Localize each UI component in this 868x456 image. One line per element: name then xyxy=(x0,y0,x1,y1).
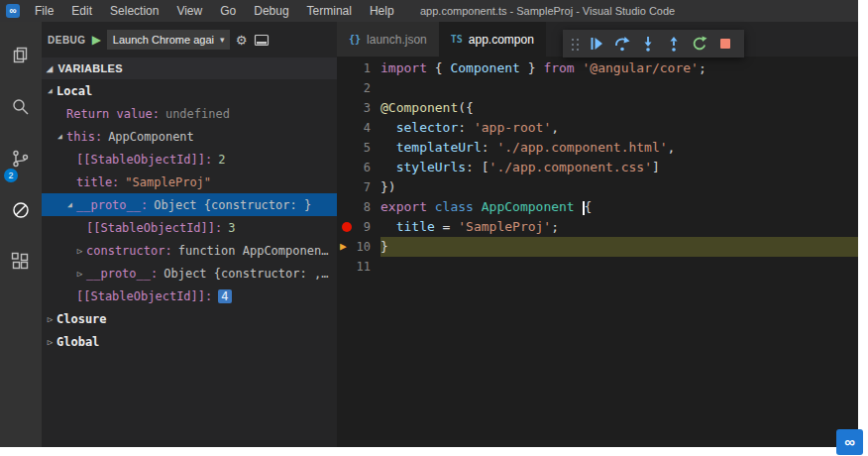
variable-row[interactable]: ▷constructor:function AppComponen… xyxy=(42,239,337,262)
code-line[interactable]: ▶10} xyxy=(337,237,858,257)
code-token: 'app-root' xyxy=(474,120,551,135)
expanded-icon[interactable]: ◢ xyxy=(44,86,56,95)
code-token xyxy=(427,199,435,214)
variable-row[interactable]: Return value:undefined xyxy=(42,102,337,125)
code-token: ; xyxy=(551,219,559,234)
stop-button[interactable] xyxy=(714,33,736,55)
code-line[interactable]: 4 selector: 'app-root', xyxy=(337,118,858,138)
scm-badge: 2 xyxy=(4,169,18,182)
editor-gutter[interactable]: 2 xyxy=(337,78,380,98)
editor-gutter[interactable]: 7 xyxy=(337,177,380,197)
code-line[interactable]: 6 styleUrls: ['./app.component.css'] xyxy=(337,158,858,177)
variable-row[interactable]: ◢__proto__:Object {constructor: } xyxy=(42,193,337,216)
line-content: title = 'SampleProj'; xyxy=(380,217,858,237)
variable-row[interactable]: [[StableObjectId]]:3 xyxy=(42,216,337,239)
collapsed-icon[interactable]: ▷ xyxy=(73,246,86,256)
continue-button[interactable] xyxy=(586,33,607,55)
menu-terminal[interactable]: Terminal xyxy=(298,0,361,22)
variable-row[interactable]: [[StableObjectId]]:2 xyxy=(42,148,337,171)
line-number: 11 xyxy=(357,260,371,274)
extensions-icon xyxy=(11,252,31,272)
variable-row[interactable]: ▷Global xyxy=(42,330,337,353)
variable-value: undefined xyxy=(165,107,230,121)
editor-gutter[interactable]: 6 xyxy=(337,158,380,177)
configure-gear-button[interactable]: ⚙ xyxy=(236,33,248,48)
code-editor[interactable]: 1import { Component } from '@angular/cor… xyxy=(337,57,858,447)
variables-section-label: VARIABLES xyxy=(57,62,122,74)
menu-view[interactable]: View xyxy=(167,0,211,22)
start-debugging-button[interactable]: ▶ xyxy=(92,33,101,47)
collapsed-icon[interactable]: ▷ xyxy=(44,314,56,324)
sidebar-item-debug[interactable] xyxy=(0,184,42,236)
line-content xyxy=(380,257,858,277)
variable-row[interactable]: ▷Closure xyxy=(42,307,337,330)
variable-name: [[StableObjectId]]: xyxy=(76,289,212,303)
expanded-icon[interactable]: ◢ xyxy=(54,132,66,141)
open-console-button[interactable] xyxy=(254,33,270,48)
expanded-icon[interactable]: ◢ xyxy=(63,200,76,209)
code-token xyxy=(380,160,396,174)
editor-gutter[interactable]: 3 xyxy=(337,98,380,118)
editor-gutter[interactable]: 4 xyxy=(337,118,380,138)
editor-gutter[interactable]: 11 xyxy=(337,257,380,277)
step-out-button[interactable] xyxy=(663,33,685,55)
code-line[interactable]: 5 templateUrl: './app.component.html', xyxy=(337,138,858,158)
editor-gutter[interactable]: 8 xyxy=(337,197,380,217)
variable-row[interactable]: title:"SampleProj" xyxy=(42,171,337,193)
variable-value: Object {constructor: } xyxy=(154,198,311,212)
variable-row[interactable]: [[StableObjectId]]:4 xyxy=(42,285,337,307)
variable-name: Local xyxy=(56,84,92,98)
code-token: Component xyxy=(450,60,519,75)
debug-configuration-dropdown[interactable]: Launch Chrome agai ▾ xyxy=(107,30,230,50)
line-number: 10 xyxy=(357,240,371,254)
editor-gutter[interactable]: 9 xyxy=(337,217,380,237)
variable-row[interactable]: ◢Local xyxy=(42,79,337,102)
code-token: './app.component.css' xyxy=(489,160,652,174)
variable-name: __proto__: xyxy=(86,267,158,281)
sidebar-item-source-control[interactable]: 2 xyxy=(0,133,42,184)
tab-app-component-ts[interactable]: TS app.compon xyxy=(439,22,546,57)
line-content: templateUrl: './app.component.html', xyxy=(380,138,858,158)
code-line[interactable]: 11 xyxy=(337,257,858,277)
code-line[interactable]: 3@Component({ xyxy=(337,98,858,118)
code-line[interactable]: 8export class AppComponent { xyxy=(337,197,858,217)
tab-launch-json[interactable]: {} launch.json xyxy=(337,22,439,57)
step-out-icon xyxy=(666,36,682,52)
line-content: } xyxy=(380,237,858,257)
sidebar-item-explorer[interactable] xyxy=(0,30,42,81)
expanded-icon: ◢ xyxy=(47,64,53,73)
code-token: ({ xyxy=(458,100,474,115)
collapsed-icon[interactable]: ▷ xyxy=(73,269,86,279)
drag-handle-icon[interactable] xyxy=(571,38,580,51)
menu-help[interactable]: Help xyxy=(361,0,403,22)
code-line[interactable]: 9 title = 'SampleProj'; xyxy=(337,217,858,237)
code-line[interactable]: 1import { Component } from '@angular/cor… xyxy=(337,58,858,78)
breakpoint-icon[interactable] xyxy=(342,222,352,232)
menu-debug[interactable]: Debug xyxy=(245,0,297,22)
tab-label: app.compon xyxy=(469,33,534,47)
editor-gutter[interactable]: ▶10 xyxy=(337,237,380,257)
menu-file[interactable]: File xyxy=(26,0,62,22)
variable-row[interactable]: ▷__proto__:Object {constructor: ,… xyxy=(42,262,337,285)
editor-gutter[interactable]: 5 xyxy=(337,138,380,158)
code-line[interactable]: 7}) xyxy=(337,177,858,197)
activity-bar: 2 xyxy=(0,22,42,447)
restart-button[interactable] xyxy=(689,33,710,55)
line-content: }) xyxy=(380,177,858,197)
vscode-taskbar-icon[interactable]: ∞ xyxy=(836,429,863,455)
sidebar-item-search[interactable] xyxy=(0,81,42,133)
chevron-down-icon: ▾ xyxy=(220,30,225,50)
variable-row[interactable]: ◢this:AppComponent xyxy=(42,125,337,148)
variables-section-header[interactable]: ◢ VARIABLES xyxy=(42,57,337,79)
collapsed-icon[interactable]: ▷ xyxy=(44,337,56,347)
menu-edit[interactable]: Edit xyxy=(62,0,101,22)
editor-gutter[interactable]: 1 xyxy=(337,58,380,78)
sidebar-item-extensions[interactable] xyxy=(0,236,42,287)
step-over-button[interactable] xyxy=(611,33,633,55)
menu-go[interactable]: Go xyxy=(211,0,245,22)
line-number: 2 xyxy=(364,81,371,95)
menu-selection[interactable]: Selection xyxy=(101,0,167,22)
vscode-window: ∞ FileEditSelectionViewGoDebugTerminalHe… xyxy=(0,0,858,447)
step-into-button[interactable] xyxy=(637,33,659,55)
code-line[interactable]: 2 xyxy=(337,78,858,98)
